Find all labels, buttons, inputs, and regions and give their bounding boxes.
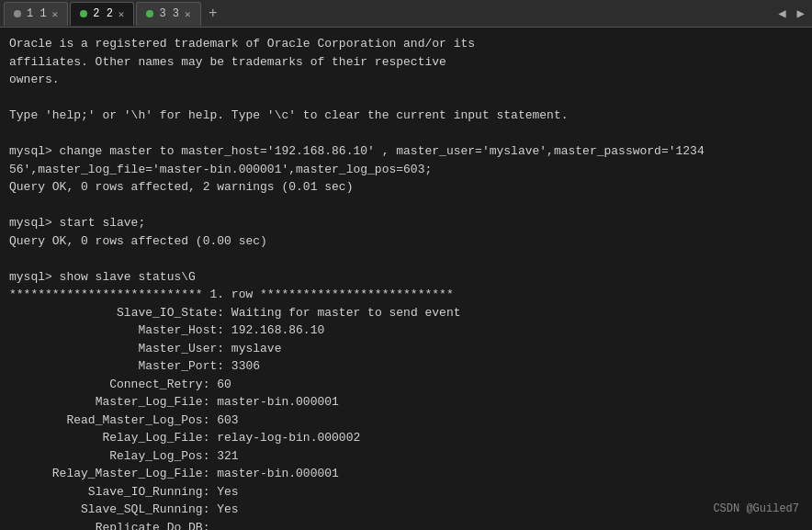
tab-navigation: ◀ ▶: [774, 4, 808, 23]
tab-bar: 1 1 ✕ 2 2 ✕ 3 3 ✕ + ◀ ▶: [0, 0, 812, 28]
tab-3-close[interactable]: ✕: [185, 8, 191, 20]
tab-1[interactable]: 1 1 ✕: [4, 2, 68, 26]
add-tab-button[interactable]: +: [203, 4, 223, 24]
terminal-output: Oracle is a registered trademark of Orac…: [9, 35, 803, 530]
terminal-area[interactable]: Oracle is a registered trademark of Orac…: [0, 28, 812, 530]
tab-3[interactable]: 3 3 ✕: [136, 2, 200, 26]
tab-3-label: 3 3: [159, 7, 179, 20]
nav-prev-arrow[interactable]: ◀: [774, 4, 789, 23]
tab-2-dot: [80, 10, 87, 17]
tab-2[interactable]: 2 2 ✕: [70, 2, 134, 26]
watermark: CSDN @Guiled7: [713, 501, 799, 517]
tab-1-dot: [14, 10, 21, 17]
tab-2-close[interactable]: ✕: [118, 8, 125, 20]
nav-next-arrow[interactable]: ▶: [794, 4, 808, 23]
tab-3-dot: [146, 10, 153, 17]
tab-1-close[interactable]: ✕: [52, 8, 59, 20]
tab-1-label: 1 1: [27, 7, 47, 20]
tab-2-label: 2 2: [93, 7, 113, 20]
